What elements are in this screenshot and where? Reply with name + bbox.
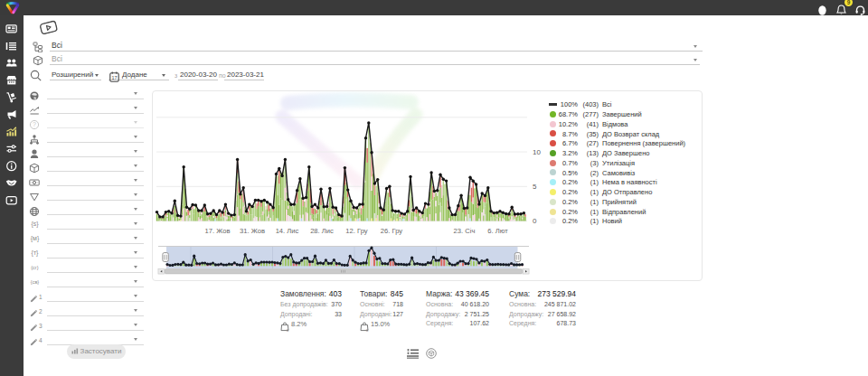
svg-text:26. Гру: 26. Гру	[381, 227, 402, 235]
svg-text:x: x	[287, 328, 289, 332]
svg-text:12. Гру: 12. Гру	[345, 227, 367, 235]
svg-text:31. Жов: 31. Жов	[240, 227, 265, 235]
svg-text:28. Лис: 28. Лис	[310, 227, 334, 235]
svg-text:23. Січ: 23. Січ	[454, 227, 476, 235]
svg-text:0: 0	[533, 217, 537, 225]
svg-text:14. Лис: 14. Лис	[276, 227, 299, 235]
svg-text:17. Жов: 17. Жов	[205, 227, 231, 235]
svg-text:10: 10	[533, 148, 541, 156]
svg-text:6. Лют: 6. Лют	[487, 227, 508, 235]
svg-text:?: ?	[33, 121, 36, 127]
svg-text:5: 5	[533, 183, 537, 191]
svg-text:x: x	[366, 328, 369, 332]
svg-text:17: 17	[112, 75, 118, 80]
